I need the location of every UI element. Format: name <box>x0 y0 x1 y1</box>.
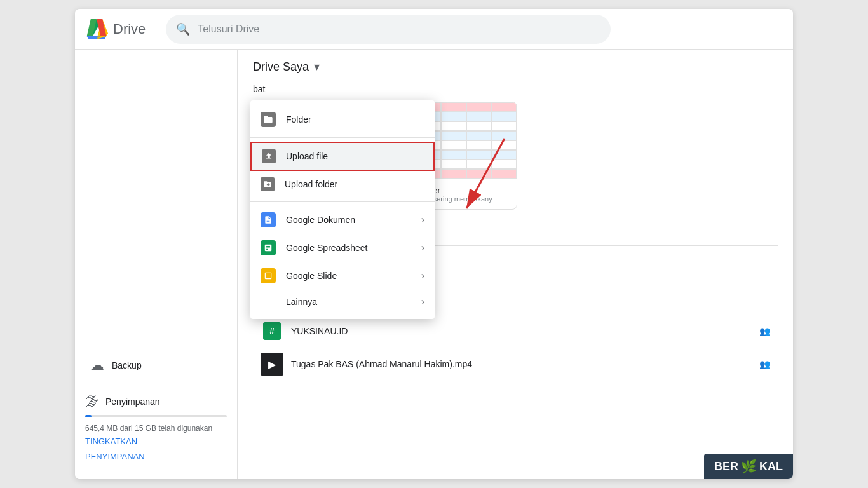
drive-title: Drive <box>113 21 146 37</box>
storage-bar-fill <box>85 415 92 417</box>
drive-logo-icon <box>85 19 108 39</box>
google-slide-icon <box>261 268 276 283</box>
google-dokumen-icon <box>261 212 276 227</box>
sidebar: ☁ Backup 🌫 Penyimpanan 645,4 MB dari 15 … <box>75 50 238 479</box>
google-spreadsheet-label: Google Spreadsheet <box>286 243 411 253</box>
list-item-yuksinau[interactable]: # YUKSINAU.ID 👥 <box>253 315 778 348</box>
shared-icon-3: 👥 <box>759 326 770 336</box>
google-slide-label: Google Slide <box>286 271 411 281</box>
menu-item-google-slide[interactable]: Google Slide › <box>250 262 435 290</box>
berokal-badge: BER 🌿 KAL <box>704 454 793 479</box>
main-content: Drive Saya ▾ bat <box>238 50 793 479</box>
menu-item-lainnya[interactable]: Lainnya › <box>250 290 435 314</box>
storage-bar-container <box>85 415 227 417</box>
body-area: ☁ Backup 🌫 Penyimpanan 645,4 MB dari 15 … <box>75 50 793 479</box>
svg-line-1 <box>466 139 505 208</box>
slide-arrow-icon: › <box>421 270 424 281</box>
backup-label: Backup <box>112 360 142 370</box>
lainnya-label: Lainnya <box>286 297 411 307</box>
file-row-name-3: YUKSINAU.ID <box>291 326 754 336</box>
lainnya-arrow-icon: › <box>421 296 424 308</box>
red-arrow-indicator <box>454 132 530 221</box>
search-bar[interactable]: 🔍 Telusuri Drive <box>166 15 611 44</box>
search-placeholder: Telusuri Drive <box>198 24 259 35</box>
main-container: Drive 🔍 Telusuri Drive ☁ Backup 🌫 Penyim… <box>75 9 793 479</box>
logo-area: Drive <box>85 19 146 39</box>
search-icon: 🔍 <box>176 22 190 36</box>
menu-item-upload-folder[interactable]: Upload folder <box>250 171 435 198</box>
sidebar-item-backup[interactable]: ☁ Backup <box>75 351 227 380</box>
google-spreadsheet-icon <box>261 240 276 255</box>
breadcrumb-title: Drive Saya <box>253 60 309 74</box>
upload-file-label: Upload file <box>286 151 423 161</box>
storage-title: Penyimpanan <box>105 396 160 407</box>
video-icon-tugas: ▶ <box>261 353 283 376</box>
google-dokumen-label: Google Dokumen <box>286 215 411 225</box>
video-file-icon: ▶ <box>261 353 283 376</box>
berokal-text: BER <box>714 460 738 473</box>
shared-icon-4: 👥 <box>759 359 770 369</box>
upload-file-icon <box>262 149 276 163</box>
menu-divider-1 <box>250 137 435 138</box>
folder-menu-label: Folder <box>286 114 424 125</box>
file-row-name-4: Tugas Pak BAS (Ahmad Manarul Hakim).mp4 <box>291 359 754 369</box>
menu-divider-2 <box>250 201 435 202</box>
list-item-video[interactable]: ▶ Tugas Pak BAS (Ahmad Manarul Hakim).mp… <box>253 348 778 381</box>
storage-cloud-icon: 🌫 <box>85 393 99 410</box>
header: Drive 🔍 Telusuri Drive <box>75 9 793 50</box>
storage-header: 🌫 Penyimpanan <box>85 393 227 410</box>
dokumen-arrow-icon: › <box>421 214 424 226</box>
sidebar-storage-section: 🌫 Penyimpanan 645,4 MB dari 15 GB telah … <box>75 383 237 474</box>
menu-item-google-dokumen[interactable]: Google Dokumen › <box>250 206 435 234</box>
recent-section-label: bat <box>253 84 778 94</box>
menu-item-upload-file[interactable]: Upload file <box>250 142 435 171</box>
chevron-down-icon[interactable]: ▾ <box>314 60 320 74</box>
upgrade-link[interactable]: TINGKATKAN PENYIMPANAN <box>85 434 227 464</box>
upload-folder-label: Upload folder <box>285 179 424 189</box>
context-menu: Folder Upload file Upload folder <box>250 100 435 319</box>
breadcrumb: Drive Saya ▾ <box>253 60 778 74</box>
menu-item-google-spreadsheet[interactable]: Google Spreadsheet › <box>250 234 435 262</box>
storage-info-text: 645,4 MB dari 15 GB telah digunakan <box>85 423 227 434</box>
berokal-text2: KAL <box>759 460 783 473</box>
sheet-icon-yuksinau: # <box>261 320 283 342</box>
folder-menu-icon <box>261 112 276 127</box>
upload-folder-icon <box>261 177 275 191</box>
cloud-icon: ☁ <box>90 357 104 374</box>
berokal-leaf-icon: 🌿 <box>741 459 757 474</box>
spreadsheet-arrow-icon: › <box>421 242 424 254</box>
menu-item-folder[interactable]: Folder <box>250 105 435 133</box>
